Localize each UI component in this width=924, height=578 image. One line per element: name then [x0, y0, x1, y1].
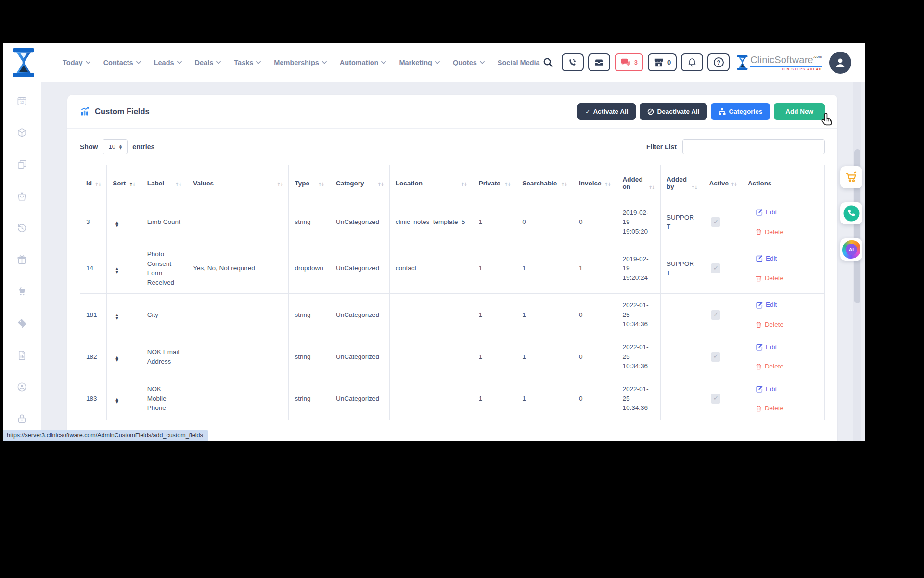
- deactivate-all-button[interactable]: Deactivate All: [640, 103, 707, 120]
- cart-icon[interactable]: [16, 286, 27, 297]
- cell-added-on: 2022-01-25 10:34:36: [616, 336, 661, 378]
- delete-link[interactable]: Delete: [756, 320, 819, 329]
- store-button[interactable]: 0: [648, 53, 677, 71]
- edit-link[interactable]: Edit: [756, 208, 819, 217]
- help-button[interactable]: ?: [707, 53, 730, 71]
- column-header-searchable[interactable]: Searchable↑↓: [516, 165, 573, 201]
- cell-invoice: 0: [573, 378, 616, 420]
- active-checkbox[interactable]: ✓: [711, 394, 720, 404]
- cell-type: dropdown: [289, 243, 330, 294]
- nav-item-today[interactable]: Today: [63, 59, 90, 66]
- nav-item-automation[interactable]: Automation: [340, 59, 386, 66]
- nav-item-deals[interactable]: Deals: [195, 59, 221, 66]
- nav-item-marketing[interactable]: Marketing: [399, 59, 440, 66]
- search-icon[interactable]: [542, 57, 553, 68]
- nav-item-contacts[interactable]: Contacts: [103, 59, 141, 66]
- nav-item-tasks[interactable]: Tasks: [234, 59, 261, 66]
- sort-handle-icon[interactable]: ▲▼: [116, 314, 118, 320]
- floating-cart-button[interactable]: [840, 166, 862, 188]
- cell-category: UnCategorized: [330, 243, 389, 294]
- filter-label: Filter List: [646, 143, 677, 151]
- cell-label: Photo Consent Form Received: [141, 243, 187, 294]
- nav-item-social-media[interactable]: Social Media: [498, 59, 540, 66]
- column-header-label[interactable]: Label↑↓: [141, 165, 187, 201]
- sort-handle-icon[interactable]: ▲▼: [116, 221, 118, 227]
- floating-buttons: AI: [840, 166, 862, 261]
- nav-item-quotes[interactable]: Quotes: [453, 59, 485, 66]
- active-checkbox[interactable]: ✓: [711, 310, 720, 320]
- sort-handle-icon[interactable]: ▲▼: [116, 267, 118, 274]
- edit-link[interactable]: Edit: [756, 254, 819, 263]
- sort-arrows-icon: ↑↓: [318, 182, 324, 187]
- copy-icon[interactable]: [16, 159, 27, 170]
- column-header-added_on[interactable]: Added on↑↓: [616, 165, 661, 201]
- edit-link[interactable]: Edit: [756, 384, 819, 394]
- column-header-added_by[interactable]: Added by↑↓: [660, 165, 703, 201]
- categories-button[interactable]: Categories: [711, 103, 770, 120]
- active-checkbox[interactable]: ✓: [711, 263, 720, 273]
- cell-searchable: 1: [516, 336, 573, 378]
- column-header-location[interactable]: Location↑↓: [389, 165, 473, 201]
- reports-icon[interactable]: [16, 350, 27, 361]
- package-icon[interactable]: [16, 127, 27, 138]
- cell-id: 181: [80, 294, 107, 336]
- column-header-values[interactable]: Values↑↓: [187, 165, 289, 201]
- add-new-button[interactable]: Add New: [774, 103, 825, 120]
- clinicsoftware-logo-icon[interactable]: [13, 48, 35, 77]
- cell-location: [389, 378, 473, 420]
- delete-link[interactable]: Delete: [756, 404, 819, 413]
- cell-sort: ▲▼: [107, 201, 141, 243]
- left-sidebar: 12: [3, 82, 41, 441]
- cell-label: NOK Email Address: [141, 336, 187, 378]
- column-header-type[interactable]: Type↑↓: [289, 165, 330, 201]
- nav-item-memberships[interactable]: Memberships: [274, 59, 326, 66]
- account-icon[interactable]: [16, 381, 27, 393]
- page-size-select[interactable]: 10 ▲▼: [103, 139, 128, 154]
- delete-link[interactable]: Delete: [756, 227, 819, 237]
- tags-icon[interactable]: [16, 318, 27, 329]
- chat-button[interactable]: 3: [615, 53, 643, 71]
- security-lock-icon[interactable]: [16, 413, 27, 424]
- sort-arrows-icon: ↑↓: [277, 182, 283, 187]
- floating-ai-button[interactable]: AI: [840, 238, 862, 261]
- sort-handle-icon[interactable]: ▲▼: [116, 398, 118, 404]
- user-avatar[interactable]: [829, 52, 851, 74]
- column-header-sort[interactable]: Sort↑↓: [107, 165, 141, 201]
- brand-text: ClinicSoftware.com TEN STEPS AHEAD: [750, 54, 822, 71]
- floating-whatsapp-button[interactable]: [840, 202, 862, 224]
- calendar-icon[interactable]: 12: [16, 95, 27, 106]
- delete-link[interactable]: Delete: [756, 274, 819, 283]
- check-icon: ✓: [713, 394, 719, 403]
- edit-icon: [756, 209, 763, 216]
- nav-item-leads[interactable]: Leads: [154, 59, 182, 66]
- cell-added-by: SUPPORT: [660, 201, 703, 243]
- cell-added-by: [660, 336, 703, 378]
- cell-added-on: 2022-01-25 10:34:36: [616, 378, 661, 420]
- notifications-button[interactable]: [681, 53, 703, 71]
- column-header-category[interactable]: Category↑↓: [330, 165, 389, 201]
- filter-input[interactable]: [682, 139, 825, 154]
- activate-all-button[interactable]: ✓Activate All: [578, 103, 636, 120]
- edit-link[interactable]: Edit: [756, 342, 819, 352]
- custom-fields-card: Custom Fields ✓Activate All Deactivate A…: [67, 95, 837, 441]
- active-checkbox[interactable]: ✓: [711, 217, 720, 227]
- cell-values: [187, 201, 289, 243]
- edit-link[interactable]: Edit: [756, 300, 819, 310]
- gift-icon[interactable]: [16, 254, 27, 265]
- column-header-id[interactable]: Id↑↓: [80, 165, 107, 201]
- cell-sort: ▲▼: [107, 336, 141, 378]
- sort-handle-icon[interactable]: ▲▼: [116, 356, 118, 362]
- column-header-private[interactable]: Private↑↓: [473, 165, 516, 201]
- column-header-invoice[interactable]: Invoice↑↓: [573, 165, 616, 201]
- active-checkbox[interactable]: ✓: [711, 352, 720, 362]
- sort-arrows-icon: ↑↓: [648, 185, 654, 190]
- filter-group: Filter List: [646, 139, 825, 154]
- phone-button[interactable]: [562, 53, 584, 71]
- page-scrollbar[interactable]: [853, 82, 861, 441]
- delete-link[interactable]: Delete: [756, 362, 819, 371]
- inbox-button[interactable]: [588, 53, 610, 71]
- orders-box-icon[interactable]: [16, 191, 27, 202]
- clinicsoftware-brand[interactable]: ClinicSoftware.com TEN STEPS AHEAD: [737, 54, 822, 71]
- column-header-active[interactable]: Active↑↓: [703, 165, 742, 201]
- history-icon[interactable]: [16, 223, 27, 234]
